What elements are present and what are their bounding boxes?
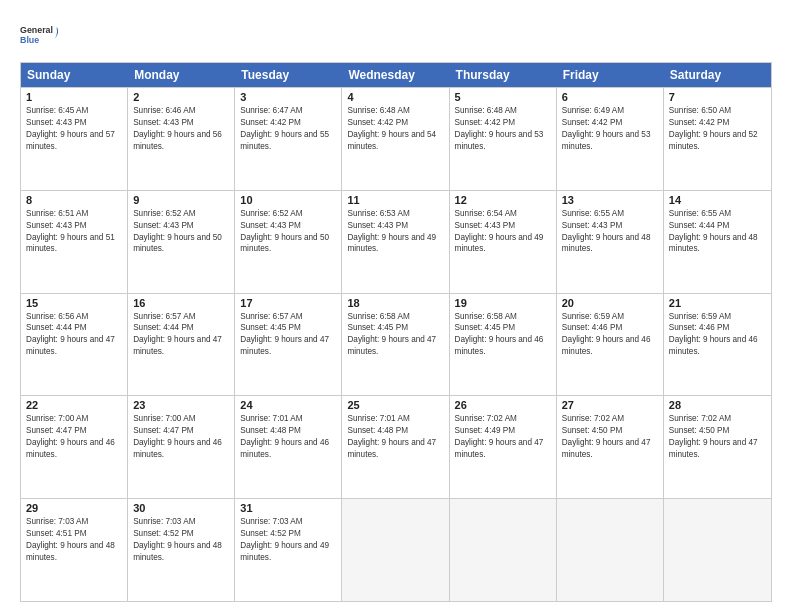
- day-info: Sunrise: 7:01 AM Sunset: 4:48 PM Dayligh…: [240, 413, 336, 461]
- day-cell-14: 14 Sunrise: 6:55 AM Sunset: 4:44 PM Dayl…: [664, 191, 771, 293]
- calendar: SundayMondayTuesdayWednesdayThursdayFrid…: [20, 62, 772, 602]
- day-cell-15: 15 Sunrise: 6:56 AM Sunset: 4:44 PM Dayl…: [21, 294, 128, 396]
- header-day-wednesday: Wednesday: [342, 63, 449, 87]
- day-number: 26: [455, 399, 551, 411]
- day-number: 10: [240, 194, 336, 206]
- week-5: 29 Sunrise: 7:03 AM Sunset: 4:51 PM Dayl…: [21, 498, 771, 601]
- day-info: Sunrise: 6:54 AM Sunset: 4:43 PM Dayligh…: [455, 208, 551, 256]
- day-number: 29: [26, 502, 122, 514]
- logo-svg: General Blue: [20, 16, 58, 54]
- day-info: Sunrise: 6:57 AM Sunset: 4:45 PM Dayligh…: [240, 311, 336, 359]
- day-cell-10: 10 Sunrise: 6:52 AM Sunset: 4:43 PM Dayl…: [235, 191, 342, 293]
- day-info: Sunrise: 6:59 AM Sunset: 4:46 PM Dayligh…: [562, 311, 658, 359]
- day-cell-8: 8 Sunrise: 6:51 AM Sunset: 4:43 PM Dayli…: [21, 191, 128, 293]
- day-info: Sunrise: 7:03 AM Sunset: 4:51 PM Dayligh…: [26, 516, 122, 564]
- day-info: Sunrise: 6:55 AM Sunset: 4:44 PM Dayligh…: [669, 208, 766, 256]
- day-cell-30: 30 Sunrise: 7:03 AM Sunset: 4:52 PM Dayl…: [128, 499, 235, 601]
- empty-cell: [450, 499, 557, 601]
- calendar-header: SundayMondayTuesdayWednesdayThursdayFrid…: [21, 63, 771, 87]
- logo: General Blue: [20, 16, 58, 54]
- day-number: 4: [347, 91, 443, 103]
- day-info: Sunrise: 7:02 AM Sunset: 4:49 PM Dayligh…: [455, 413, 551, 461]
- day-cell-16: 16 Sunrise: 6:57 AM Sunset: 4:44 PM Dayl…: [128, 294, 235, 396]
- svg-text:General: General: [20, 25, 53, 35]
- day-info: Sunrise: 6:49 AM Sunset: 4:42 PM Dayligh…: [562, 105, 658, 153]
- day-info: Sunrise: 6:48 AM Sunset: 4:42 PM Dayligh…: [455, 105, 551, 153]
- week-4: 22 Sunrise: 7:00 AM Sunset: 4:47 PM Dayl…: [21, 395, 771, 498]
- day-info: Sunrise: 6:46 AM Sunset: 4:43 PM Dayligh…: [133, 105, 229, 153]
- day-cell-6: 6 Sunrise: 6:49 AM Sunset: 4:42 PM Dayli…: [557, 88, 664, 190]
- day-cell-20: 20 Sunrise: 6:59 AM Sunset: 4:46 PM Dayl…: [557, 294, 664, 396]
- day-info: Sunrise: 6:52 AM Sunset: 4:43 PM Dayligh…: [240, 208, 336, 256]
- day-cell-11: 11 Sunrise: 6:53 AM Sunset: 4:43 PM Dayl…: [342, 191, 449, 293]
- day-cell-23: 23 Sunrise: 7:00 AM Sunset: 4:47 PM Dayl…: [128, 396, 235, 498]
- day-info: Sunrise: 7:03 AM Sunset: 4:52 PM Dayligh…: [240, 516, 336, 564]
- day-info: Sunrise: 6:59 AM Sunset: 4:46 PM Dayligh…: [669, 311, 766, 359]
- day-number: 5: [455, 91, 551, 103]
- day-info: Sunrise: 7:02 AM Sunset: 4:50 PM Dayligh…: [562, 413, 658, 461]
- header-day-monday: Monday: [128, 63, 235, 87]
- day-number: 8: [26, 194, 122, 206]
- day-cell-12: 12 Sunrise: 6:54 AM Sunset: 4:43 PM Dayl…: [450, 191, 557, 293]
- day-cell-21: 21 Sunrise: 6:59 AM Sunset: 4:46 PM Dayl…: [664, 294, 771, 396]
- day-number: 11: [347, 194, 443, 206]
- day-info: Sunrise: 7:00 AM Sunset: 4:47 PM Dayligh…: [133, 413, 229, 461]
- day-cell-17: 17 Sunrise: 6:57 AM Sunset: 4:45 PM Dayl…: [235, 294, 342, 396]
- day-cell-7: 7 Sunrise: 6:50 AM Sunset: 4:42 PM Dayli…: [664, 88, 771, 190]
- day-cell-25: 25 Sunrise: 7:01 AM Sunset: 4:48 PM Dayl…: [342, 396, 449, 498]
- day-info: Sunrise: 6:58 AM Sunset: 4:45 PM Dayligh…: [347, 311, 443, 359]
- day-info: Sunrise: 6:53 AM Sunset: 4:43 PM Dayligh…: [347, 208, 443, 256]
- day-info: Sunrise: 6:51 AM Sunset: 4:43 PM Dayligh…: [26, 208, 122, 256]
- header-day-tuesday: Tuesday: [235, 63, 342, 87]
- day-number: 18: [347, 297, 443, 309]
- day-number: 1: [26, 91, 122, 103]
- day-number: 19: [455, 297, 551, 309]
- day-number: 22: [26, 399, 122, 411]
- week-1: 1 Sunrise: 6:45 AM Sunset: 4:43 PM Dayli…: [21, 87, 771, 190]
- day-info: Sunrise: 6:45 AM Sunset: 4:43 PM Dayligh…: [26, 105, 122, 153]
- header-day-saturday: Saturday: [664, 63, 771, 87]
- day-number: 20: [562, 297, 658, 309]
- day-cell-22: 22 Sunrise: 7:00 AM Sunset: 4:47 PM Dayl…: [21, 396, 128, 498]
- day-cell-2: 2 Sunrise: 6:46 AM Sunset: 4:43 PM Dayli…: [128, 88, 235, 190]
- day-cell-1: 1 Sunrise: 6:45 AM Sunset: 4:43 PM Dayli…: [21, 88, 128, 190]
- day-cell-29: 29 Sunrise: 7:03 AM Sunset: 4:51 PM Dayl…: [21, 499, 128, 601]
- day-info: Sunrise: 6:57 AM Sunset: 4:44 PM Dayligh…: [133, 311, 229, 359]
- day-cell-18: 18 Sunrise: 6:58 AM Sunset: 4:45 PM Dayl…: [342, 294, 449, 396]
- day-number: 30: [133, 502, 229, 514]
- day-cell-19: 19 Sunrise: 6:58 AM Sunset: 4:45 PM Dayl…: [450, 294, 557, 396]
- day-cell-27: 27 Sunrise: 7:02 AM Sunset: 4:50 PM Dayl…: [557, 396, 664, 498]
- day-number: 6: [562, 91, 658, 103]
- day-number: 24: [240, 399, 336, 411]
- day-number: 27: [562, 399, 658, 411]
- day-number: 15: [26, 297, 122, 309]
- day-number: 25: [347, 399, 443, 411]
- day-number: 28: [669, 399, 766, 411]
- day-info: Sunrise: 7:03 AM Sunset: 4:52 PM Dayligh…: [133, 516, 229, 564]
- day-number: 21: [669, 297, 766, 309]
- header-day-friday: Friday: [557, 63, 664, 87]
- day-number: 9: [133, 194, 229, 206]
- day-number: 23: [133, 399, 229, 411]
- day-number: 17: [240, 297, 336, 309]
- page: General Blue SundayMondayTuesdayWednesda…: [0, 0, 792, 612]
- calendar-body: 1 Sunrise: 6:45 AM Sunset: 4:43 PM Dayli…: [21, 87, 771, 601]
- day-info: Sunrise: 7:00 AM Sunset: 4:47 PM Dayligh…: [26, 413, 122, 461]
- day-number: 2: [133, 91, 229, 103]
- day-cell-5: 5 Sunrise: 6:48 AM Sunset: 4:42 PM Dayli…: [450, 88, 557, 190]
- day-number: 3: [240, 91, 336, 103]
- day-cell-4: 4 Sunrise: 6:48 AM Sunset: 4:42 PM Dayli…: [342, 88, 449, 190]
- day-info: Sunrise: 6:58 AM Sunset: 4:45 PM Dayligh…: [455, 311, 551, 359]
- day-info: Sunrise: 6:48 AM Sunset: 4:42 PM Dayligh…: [347, 105, 443, 153]
- header-day-thursday: Thursday: [450, 63, 557, 87]
- day-cell-31: 31 Sunrise: 7:03 AM Sunset: 4:52 PM Dayl…: [235, 499, 342, 601]
- header-day-sunday: Sunday: [21, 63, 128, 87]
- day-info: Sunrise: 6:47 AM Sunset: 4:42 PM Dayligh…: [240, 105, 336, 153]
- day-cell-24: 24 Sunrise: 7:01 AM Sunset: 4:48 PM Dayl…: [235, 396, 342, 498]
- week-2: 8 Sunrise: 6:51 AM Sunset: 4:43 PM Dayli…: [21, 190, 771, 293]
- day-cell-9: 9 Sunrise: 6:52 AM Sunset: 4:43 PM Dayli…: [128, 191, 235, 293]
- day-info: Sunrise: 6:55 AM Sunset: 4:43 PM Dayligh…: [562, 208, 658, 256]
- day-cell-28: 28 Sunrise: 7:02 AM Sunset: 4:50 PM Dayl…: [664, 396, 771, 498]
- empty-cell: [342, 499, 449, 601]
- day-info: Sunrise: 6:56 AM Sunset: 4:44 PM Dayligh…: [26, 311, 122, 359]
